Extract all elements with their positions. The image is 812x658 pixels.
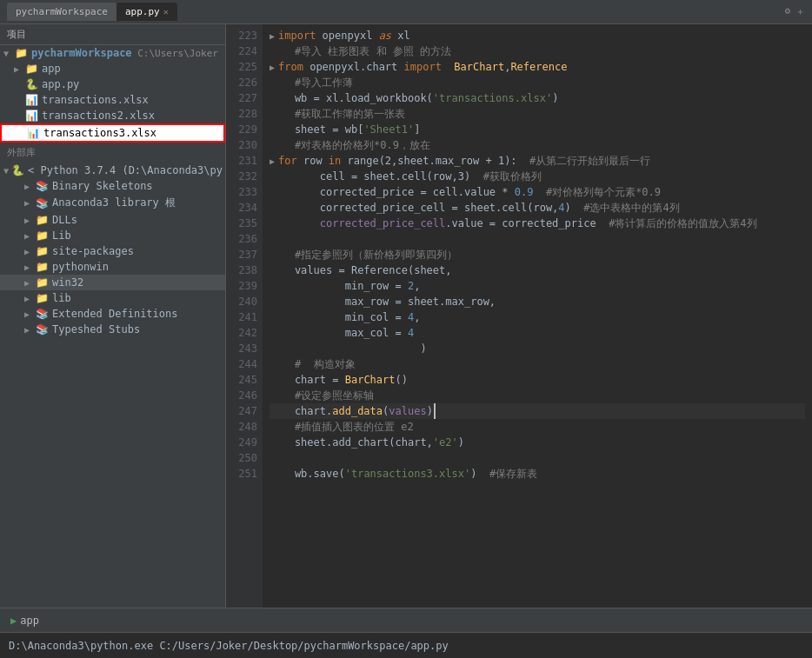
code-content: 223224225226227 228229230231232 23323423… bbox=[226, 24, 812, 608]
arrow-t3 bbox=[16, 129, 24, 138]
tab-close-icon[interactable]: ✕ bbox=[163, 7, 169, 17]
xlsx-icon-t3: 📊 bbox=[27, 127, 40, 139]
code-line-233: corrected_price = cell.value * 0.9 #对价格列… bbox=[270, 184, 805, 200]
code-line-225: ▶from openpyxl.chart import BarChart,Ref… bbox=[270, 59, 805, 75]
code-line-226: #导入工作薄 bbox=[270, 75, 805, 90]
title-bar: pycharmWorkspace app.py ✕ ⚙ ＋ bbox=[0, 0, 812, 24]
folder-icon-sp: 📁 bbox=[36, 245, 49, 257]
arrow-apppy bbox=[14, 80, 23, 90]
sidebar-item-dlls[interactable]: ▶ 📁 DLLs bbox=[0, 212, 225, 228]
sidebar-item-typeshed-stubs[interactable]: ▶ 📚 Typeshed Stubs bbox=[0, 322, 225, 337]
bottom-tabs: ▶ app bbox=[0, 608, 812, 633]
python374-label: < Python 3.7.4 (D:\Anaconda3\py bbox=[28, 164, 223, 176]
sidebar-item-lib[interactable]: ▶ 📁 Lib bbox=[0, 228, 225, 243]
apppy-tab-label: app.py bbox=[125, 6, 160, 17]
code-line-230: #对表格的价格列*0.9，放在 bbox=[270, 137, 805, 153]
code-line-237: #指定参照列（新价格列即第四列） bbox=[270, 247, 805, 263]
code-line-244: # 构造对象 bbox=[270, 356, 805, 372]
code-line-228: #获取工作簿的第一张表 bbox=[270, 106, 805, 122]
sidebar-item-transactions2-xlsx[interactable]: 📊 transactions2.xlsx bbox=[0, 108, 225, 123]
sidebar-item-pythonwin[interactable]: ▶ 📁 pythonwin bbox=[0, 259, 225, 275]
fold-225[interactable]: ▶ bbox=[270, 61, 275, 74]
bottom-tab-runapp[interactable]: ▶ app bbox=[0, 611, 50, 630]
arrow-workspace: ▼ bbox=[3, 49, 12, 58]
sidebar-item-lib2[interactable]: ▶ 📁 lib bbox=[0, 290, 225, 306]
code-line-245: chart = BarChart() bbox=[270, 372, 805, 388]
library-icon-ts: 📚 bbox=[36, 323, 49, 336]
arrow-lib: ▶ bbox=[24, 231, 33, 241]
sidebar-item-binary-skeletons[interactable]: ▶ 📚 Binary Skeletons bbox=[0, 178, 225, 194]
code-line-249: sheet.add_chart(chart,'e2') bbox=[270, 435, 805, 450]
code-line-232: cell = sheet.cell(row,3) #获取价格列 bbox=[270, 169, 805, 184]
arrow-app: ▶ bbox=[14, 64, 23, 74]
main-layout: 项目 ▼ 📁 pycharmWorkspace C:\Users\Joker ▶… bbox=[0, 24, 812, 608]
arrow-python: ▼ bbox=[3, 166, 9, 176]
tab-workspace[interactable]: pycharmWorkspace bbox=[7, 3, 116, 21]
app-folder-label: app bbox=[42, 63, 61, 75]
folder-icon-app: 📁 bbox=[25, 63, 38, 75]
external-libs-section: 外部库 bbox=[0, 143, 225, 163]
transactions-xlsx-label: transactions.xlsx bbox=[42, 94, 149, 106]
code-area: 223224225226227 228229230231232 23323423… bbox=[226, 24, 812, 608]
settings-icon[interactable]: ⚙ bbox=[784, 5, 790, 18]
code-line-251: wb.save('transactions3.xlsx') #保存新表 bbox=[270, 466, 805, 482]
code-line-241: min_col = 4, bbox=[270, 309, 805, 325]
sidebar: 项目 ▼ 📁 pycharmWorkspace C:\Users\Joker ▶… bbox=[0, 24, 226, 608]
code-line-242: max_col = 4 bbox=[270, 325, 805, 341]
lib2-label: lib bbox=[52, 292, 71, 304]
sidebar-title: 项目 bbox=[7, 28, 26, 41]
sidebar-item-win32[interactable]: ▶ 📁 win32 bbox=[0, 275, 225, 290]
site-packages-label: site-packages bbox=[52, 245, 134, 257]
extended-defs-label: Extended Definitions bbox=[52, 308, 178, 320]
sidebar-item-transactions-xlsx[interactable]: 📊 transactions.xlsx bbox=[0, 92, 225, 108]
sidebar-item-transactions3-xlsx[interactable]: 📊 transactions3.xlsx bbox=[0, 123, 225, 143]
transactions3-xlsx-label: transactions3.xlsx bbox=[43, 127, 156, 139]
arrow-ed: ▶ bbox=[24, 309, 33, 319]
transactions2-xlsx-label: transactions2.xlsx bbox=[42, 110, 155, 122]
sidebar-header: 项目 bbox=[0, 24, 225, 45]
code-line-236 bbox=[270, 231, 805, 247]
code-line-246: #设定参照坐标轴 bbox=[270, 388, 805, 403]
code-line-247: chart.add_data(values) bbox=[270, 403, 805, 419]
line-numbers: 223224225226227 228229230231232 23323423… bbox=[226, 24, 263, 608]
sidebar-item-app-folder[interactable]: ▶ 📁 app bbox=[0, 61, 225, 76]
folder-icon-lib: 📁 bbox=[36, 229, 49, 242]
terminal-path: D:\Anaconda3\python.exe C:/Users/Joker/D… bbox=[9, 638, 803, 655]
fold-223[interactable]: ▶ bbox=[270, 30, 275, 43]
folder-icon-pw: 📁 bbox=[36, 261, 49, 273]
workspace-path-label: C:\Users\Joker bbox=[132, 48, 218, 59]
arrow-dlls: ▶ bbox=[24, 216, 33, 225]
plus-icon[interactable]: ＋ bbox=[795, 5, 805, 18]
code-line-234: corrected_price_cell = sheet.cell(row,4)… bbox=[270, 200, 805, 216]
run-tab-label: app bbox=[20, 615, 39, 627]
sidebar-item-workspace-root[interactable]: ▼ 📁 pycharmWorkspace C:\Users\Joker bbox=[0, 45, 225, 61]
sidebar-item-anaconda3[interactable]: ▶ 📚 Anaconda3 library 根 bbox=[0, 194, 225, 212]
arrow-t2 bbox=[14, 111, 23, 121]
sidebar-item-python374[interactable]: ▼ 🐍 < Python 3.7.4 (D:\Anaconda3\py bbox=[0, 163, 225, 178]
library-icon-ed: 📚 bbox=[36, 308, 49, 320]
arrow-t1 bbox=[14, 96, 23, 105]
pythonwin-label: pythonwin bbox=[52, 261, 109, 273]
arrow-w32: ▶ bbox=[24, 278, 33, 288]
code-line-223: ▶import openpyxl as xl bbox=[270, 28, 805, 43]
code-line-229: sheet = wb['Sheet1'] bbox=[270, 122, 805, 137]
python-icon: 🐍 bbox=[11, 164, 24, 176]
code-line-235: corrected_price_cell.value = corrected_p… bbox=[270, 216, 805, 231]
sidebar-item-extended-defs[interactable]: ▶ 📚 Extended Definitions bbox=[0, 306, 225, 322]
library-icon-an: 📚 bbox=[36, 197, 49, 209]
run-tab-icon: ▶ bbox=[10, 615, 17, 627]
sidebar-item-app-py[interactable]: 🐍 app.py bbox=[0, 76, 225, 92]
xlsx-icon-t1: 📊 bbox=[25, 94, 38, 106]
xlsx-icon-t2: 📊 bbox=[25, 110, 38, 122]
app-py-label: app.py bbox=[42, 78, 79, 90]
sidebar-item-site-packages[interactable]: ▶ 📁 site-packages bbox=[0, 243, 225, 259]
folder-icon-workspace: 📁 bbox=[15, 47, 28, 59]
fold-231[interactable]: ▶ bbox=[270, 155, 275, 168]
typeshed-stubs-label: Typeshed Stubs bbox=[52, 323, 140, 336]
title-bar-actions: ⚙ ＋ bbox=[784, 5, 805, 18]
tab-apppy[interactable]: app.py ✕ bbox=[116, 3, 177, 21]
bottom-panel: ▶ app D:\Anaconda3\python.exe C:/Users/J… bbox=[0, 608, 812, 658]
arrow-bs: ▶ bbox=[24, 182, 33, 191]
code-line-227: wb = xl.load_workbook('transactions.xlsx… bbox=[270, 90, 805, 106]
code-line-243: ) bbox=[270, 341, 805, 356]
